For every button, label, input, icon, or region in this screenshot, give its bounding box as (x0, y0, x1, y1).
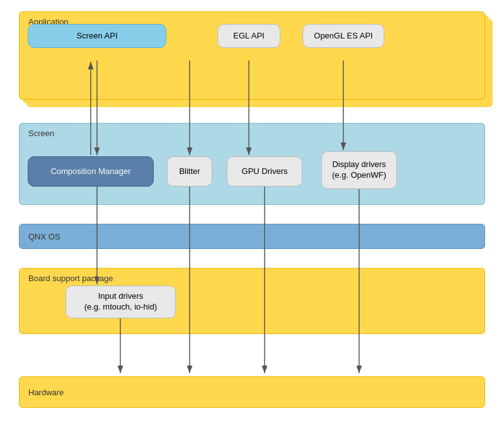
bsp-label: Board support package (28, 274, 113, 283)
composition-manager-label: Composition Manager (50, 166, 130, 177)
blitter-label: Blitter (179, 166, 200, 177)
input-drivers-box: Input drivers(e.g. mtouch, io-hid) (66, 286, 176, 318)
display-drivers-label: Display drivers(e.g. OpenWF) (332, 159, 386, 181)
screen-api-box: Screen API (28, 24, 166, 48)
gpu-drivers-box: GPU Drivers (227, 156, 302, 187)
egl-api-label: EGL API (233, 31, 264, 42)
screen-label: Screen (28, 129, 54, 138)
opengl-api-label: OpenGL ES API (314, 31, 372, 42)
composition-manager-box: Composition Manager (28, 156, 154, 187)
opengl-api-box: OpenGL ES API (302, 24, 384, 48)
display-drivers-box: Display drivers(e.g. OpenWF) (321, 151, 397, 189)
screen-api-label: Screen API (76, 31, 117, 42)
egl-api-box: EGL API (217, 24, 280, 48)
qnx-box: QNX OS (19, 224, 485, 249)
diagram-container: Application Screen QNX OS Board support … (0, 0, 504, 428)
gpu-drivers-label: GPU Drivers (242, 166, 288, 177)
qnx-label: QNX OS (28, 232, 60, 241)
input-drivers-label: Input drivers(e.g. mtouch, io-hid) (84, 291, 158, 313)
hardware-box: Hardware (19, 376, 485, 408)
blitter-box: Blitter (167, 156, 212, 187)
hardware-label: Hardware (28, 388, 64, 397)
